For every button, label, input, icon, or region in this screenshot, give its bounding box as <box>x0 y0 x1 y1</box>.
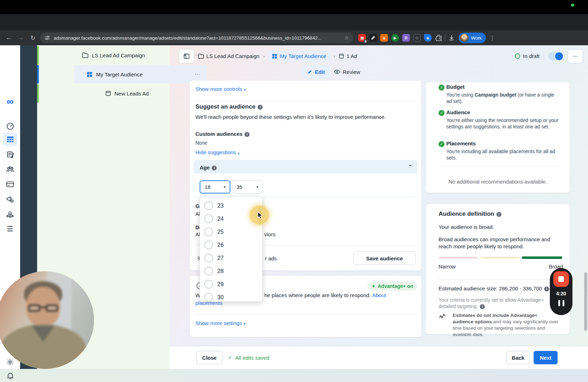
age-collapse-chevron-icon[interactable]: ⌃ <box>408 164 412 169</box>
bell-notifications-icon[interactable] <box>3 369 17 381</box>
tree-row-adset-selected[interactable]: My Target Audience ⋯ <box>74 65 207 83</box>
radio-icon[interactable] <box>204 280 213 289</box>
extension-blue-icon[interactable]: ◈ <box>424 34 432 42</box>
eye-icon <box>334 69 340 74</box>
all-tools-hamburger-icon[interactable]: ☰ <box>3 223 17 235</box>
caret-up-icon: ▴ <box>238 151 240 155</box>
caret-down-icon: ▾ <box>257 185 258 189</box>
browser-reload-button[interactable]: ↻ <box>27 34 39 42</box>
age-min-select[interactable]: 18▾ <box>200 180 230 193</box>
info-icon[interactable]: i <box>544 286 549 291</box>
assets-nodes-icon[interactable] <box>3 208 17 220</box>
extension-red-icon[interactable]: ▦8 <box>358 34 366 42</box>
browser-tab-strip: ∞ Ads Manager - Manage ads ✕ + ∨ <box>0 14 588 30</box>
downloads-icon[interactable] <box>448 34 455 41</box>
adset-options-icon[interactable]: ⋯ <box>195 71 200 77</box>
overview-gauge-icon[interactable] <box>3 120 17 132</box>
age-option-25[interactable]: 25 <box>200 225 262 238</box>
audiences-nav-icon[interactable] <box>3 163 17 175</box>
tree-adset-label: My Target Audience <box>96 71 142 77</box>
address-bar[interactable]: adsmanager.facebook.com/adsmanager/manag… <box>40 33 353 43</box>
tab-edit-label: Edit <box>315 69 325 75</box>
age-option-28[interactable]: 28 <box>200 265 262 278</box>
site-settings-icon[interactable] <box>45 35 50 41</box>
browser-menu-kebab-icon[interactable]: ⋮ <box>489 35 495 41</box>
estimated-audience-size: Estimated audience size: 286,200 - 336,7… <box>439 285 549 291</box>
extension-badge: 8 <box>364 40 368 43</box>
divider <box>195 314 416 314</box>
bookmark-star-icon[interactable]: ☆ <box>345 35 349 41</box>
browser-scrollbar-thumb[interactable] <box>584 272 587 331</box>
breadcrumb-campaign[interactable]: LS Lead Ad Campaign <box>198 53 259 59</box>
tab-review-label: Review <box>343 69 360 75</box>
radio-icon[interactable] <box>204 254 213 262</box>
profile-avatar <box>460 34 469 42</box>
info-icon[interactable]: i <box>212 166 217 170</box>
divider <box>544 52 544 61</box>
extension-purple-icon[interactable]: D <box>402 34 410 42</box>
audience-definition-title: Audience definitioni <box>439 210 501 218</box>
tab-edit[interactable]: Edit <box>302 65 330 78</box>
header-more-button[interactable]: ⋯ <box>568 49 583 63</box>
adset-grid-icon <box>87 71 93 77</box>
recording-timer: 4:20 <box>550 291 572 296</box>
age-option-27[interactable]: 27 <box>200 251 262 265</box>
publish-toggle[interactable] <box>548 52 563 60</box>
stop-recording-button[interactable] <box>553 271 569 287</box>
url-text[interactable]: adsmanager.facebook.com/adsmanager/manag… <box>54 35 341 41</box>
browser-profile-button[interactable]: Work <box>459 33 486 43</box>
extension-green-icon[interactable]: ▶ <box>391 34 399 42</box>
campaigns-nav-icon[interactable] <box>3 133 17 145</box>
tree-ad-accent <box>37 84 39 103</box>
estimate-disclaimer: Estimates do not include Advantage+ audi… <box>453 312 559 338</box>
next-button[interactable]: Next <box>534 351 558 364</box>
meta-logo-icon[interactable]: ∞ <box>3 96 17 108</box>
radio-icon[interactable] <box>204 201 213 210</box>
extension-orange-icon[interactable]: ▲ <box>380 34 388 42</box>
ads-manager-megaphone-icon[interactable] <box>3 193 17 205</box>
radio-icon[interactable] <box>204 227 213 236</box>
about-placements-link[interactable]: About <box>372 292 386 298</box>
radio-icon[interactable] <box>204 214 213 223</box>
advantage-plus-badge[interactable]: ✦ Advantage+ on <box>368 282 417 291</box>
eyedropper-extension-icon[interactable]: 🖉 <box>369 34 377 42</box>
hide-suggestions-link[interactable]: Hide suggestions ▴ <box>195 149 240 156</box>
save-audience-button[interactable]: Save audience <box>353 251 416 265</box>
collapse-sidebar-button[interactable] <box>179 49 194 64</box>
age-option-29[interactable]: 29 <box>200 278 262 291</box>
back-button[interactable]: Back <box>506 351 530 364</box>
age-option-26[interactable]: 26 <box>200 238 262 251</box>
pause-recording-button[interactable] <box>550 300 572 306</box>
radio-icon[interactable] <box>204 267 213 276</box>
breadcrumb-separator-icon: › <box>334 53 335 59</box>
info-icon[interactable]: i <box>480 304 485 309</box>
info-icon[interactable]: i <box>245 132 249 137</box>
info-icon[interactable]: i <box>258 105 263 110</box>
tree-row-ad[interactable]: New Leads Ad ⋯ <box>74 84 207 103</box>
behaviors-text-fragment: viors <box>264 231 276 237</box>
show-more-controls-link[interactable]: Show more controls ▾ <box>195 86 246 92</box>
divider <box>439 279 557 279</box>
breadcrumb-ad[interactable]: 1 Ad <box>339 53 357 59</box>
recording-widget: 4:20 <box>550 268 572 315</box>
screenshot-extension-icon[interactable]: ⊹ <box>413 34 421 42</box>
sparkle-icon: ✦ <box>371 283 376 289</box>
age-max-value: 35 <box>236 184 242 190</box>
radio-icon[interactable] <box>204 241 213 249</box>
tab-review[interactable]: Review <box>330 65 364 78</box>
show-more-settings-link[interactable]: Show more settings ▾ <box>195 320 245 326</box>
close-button[interactable]: Close <box>196 351 223 364</box>
info-icon[interactable]: i <box>496 212 501 217</box>
billing-nav-icon[interactable] <box>3 178 17 190</box>
radio-icon[interactable] <box>204 293 213 302</box>
browser-forward-button[interactable]: → <box>15 34 27 41</box>
caret-down-icon: ▾ <box>224 185 225 189</box>
tree-adset-accent-selected <box>37 65 39 83</box>
browser-back-button[interactable]: ← <box>3 34 15 41</box>
puzzle-extensions-icon[interactable] <box>435 34 442 41</box>
age-max-select[interactable]: 35▾ <box>232 180 263 193</box>
pages-nav-icon[interactable] <box>3 149 17 161</box>
caret-down-icon: ▾ <box>243 322 245 326</box>
breadcrumb-adset-selected[interactable]: My Target Audience <box>268 51 330 61</box>
age-option-30[interactable]: 30 <box>200 291 262 302</box>
